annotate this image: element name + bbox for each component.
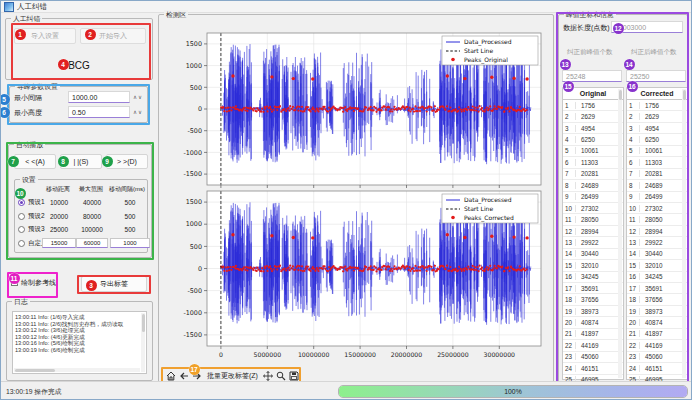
log-horizontal-scrollbar[interactable] [14, 368, 140, 372]
row-index: 18 [563, 296, 576, 303]
table-row[interactable]: 2244169 [627, 340, 687, 351]
table-row[interactable]: 2345060 [563, 352, 623, 363]
table-row[interactable]: 1532010 [627, 260, 687, 271]
table-row[interactable]: 2141897 [627, 329, 687, 340]
table-row[interactable]: 2040874 [627, 317, 687, 328]
table-row[interactable]: 1329922 [563, 237, 623, 248]
preset-radio[interactable] [18, 213, 25, 220]
preset-radio[interactable] [18, 240, 25, 247]
table-row[interactable]: 1128050 [627, 214, 687, 225]
table-row[interactable]: 1837656 [563, 294, 623, 305]
table-row[interactable]: 1735691 [627, 283, 687, 294]
preset-row-预设2[interactable]: 预设22000080000500 [18, 210, 144, 223]
back-arrow-icon[interactable] [178, 370, 189, 381]
row-index: 7 [627, 170, 640, 177]
table-row[interactable]: 2446151 [627, 363, 687, 374]
pan-icon[interactable] [263, 370, 274, 381]
table-row[interactable]: 926499 [563, 192, 623, 203]
table-row[interactable]: 1228994 [563, 226, 623, 237]
reference-line-checkbox[interactable] [11, 279, 18, 286]
peak-value: 2629 [576, 113, 595, 120]
min-interval-field[interactable]: 1000.00 [68, 91, 130, 103]
min-height-spinner-icon[interactable]: ∧∨ [133, 109, 143, 115]
table-row[interactable]: 2345060 [627, 352, 687, 363]
original-peaks-table[interactable]: Original 1175622629349544625051006161130… [562, 87, 624, 380]
preset-row-预设3[interactable]: 预设325000100000500 [18, 223, 144, 236]
pause-button[interactable]: | |(S) [60, 154, 102, 169]
table-row[interactable]: 824689 [627, 180, 687, 191]
table-row[interactable]: 611303 [627, 157, 687, 168]
home-icon[interactable] [165, 370, 176, 381]
preset-radio[interactable] [18, 199, 25, 206]
table-row[interactable]: 720281 [563, 169, 623, 180]
import-settings-button[interactable]: 导入设置 [14, 28, 76, 44]
table-row[interactable]: 1128050 [563, 214, 623, 225]
peak-value: 30440 [640, 250, 663, 257]
table-row[interactable]: 11756 [563, 100, 623, 111]
table-row[interactable]: 2141897 [563, 329, 623, 340]
peak-value: 44169 [576, 342, 599, 349]
table-row[interactable]: 720281 [627, 169, 687, 180]
save-icon[interactable] [289, 370, 300, 381]
peak-value: 27302 [576, 205, 599, 212]
forward-arrow-icon[interactable] [191, 370, 202, 381]
start-import-button[interactable]: 开始导入 [80, 28, 146, 44]
peak-value: 20281 [640, 170, 663, 177]
table-row[interactable]: 1430440 [563, 249, 623, 260]
min-interval-spinner-icon[interactable]: ∧∨ [133, 94, 143, 100]
preset-radio[interactable] [18, 226, 25, 233]
table-row[interactable]: 1634245 [627, 272, 687, 283]
table-row[interactable]: 1837656 [627, 294, 687, 305]
chart-peaks-original[interactable]: 150010005000-500-1000-1500Data_Processed… [159, 25, 549, 188]
corrected-table-scrollbar[interactable] [682, 89, 686, 378]
table-row[interactable]: 926499 [627, 192, 687, 203]
table-row[interactable]: 34954 [627, 123, 687, 134]
svg-text:-500: -500 [187, 127, 202, 135]
row-index: 15 [563, 262, 576, 269]
table-row[interactable]: 2040874 [563, 317, 623, 328]
export-labels-button[interactable]: 导出标签 [81, 276, 147, 292]
status-message: 13:00:19 操作完成 [6, 387, 62, 397]
table-row[interactable]: 1329922 [627, 237, 687, 248]
preset-row-预设1[interactable]: 预设11000040000500 [18, 196, 144, 209]
custom-value-input[interactable]: 15000 [42, 238, 76, 248]
preset-row-自定义[interactable]: 自定义15000600001000 [18, 237, 144, 250]
table-row[interactable]: 1938973 [627, 306, 687, 317]
table-row[interactable]: 611303 [563, 157, 623, 168]
table-row[interactable]: 2244169 [563, 340, 623, 351]
table-row[interactable]: 1634245 [563, 272, 623, 283]
row-index: 7 [563, 170, 576, 177]
chart-peaks-corrected[interactable]: 150010005000-500-1000-150005000000100000… [159, 188, 549, 366]
zoom-icon[interactable] [276, 370, 287, 381]
batch-edit-label[interactable]: 批量更改标签(Z) [207, 371, 258, 381]
custom-value-input[interactable]: 60000 [76, 238, 108, 248]
table-row[interactable]: 824689 [563, 180, 623, 191]
table-row[interactable]: 1027302 [563, 203, 623, 214]
table-row[interactable]: 1027302 [627, 203, 687, 214]
custom-value-input[interactable]: 1000 [110, 238, 150, 248]
play-back-button[interactable]: < <(A) [14, 154, 56, 169]
before-count-field: 25248 [562, 70, 622, 82]
table-row[interactable]: 1228994 [627, 226, 687, 237]
table-row[interactable]: 46250 [563, 134, 623, 145]
min-height-label: 最小高度 [14, 108, 42, 118]
table-row[interactable]: 510061 [627, 146, 687, 157]
table-row[interactable]: 1430440 [627, 249, 687, 260]
play-forward-button[interactable]: > >(D) [106, 154, 148, 169]
table-row[interactable]: 1735691 [563, 283, 623, 294]
table-row[interactable]: 22629 [627, 111, 687, 122]
log-vertical-scrollbar[interactable] [141, 313, 145, 372]
corrected-peaks-table[interactable]: Corrected 117562262934954462505100616113… [626, 87, 688, 380]
table-row[interactable]: 11756 [627, 100, 687, 111]
log-view[interactable]: 13:00:11 Info: (1/6)导入完成13:00:11 Info: (… [12, 311, 147, 374]
table-row[interactable]: 2446151 [563, 363, 623, 374]
min-height-field[interactable]: 0.50 [68, 106, 130, 118]
table-row[interactable]: 1938973 [563, 306, 623, 317]
table-row[interactable]: 510061 [563, 146, 623, 157]
table-row[interactable]: 46250 [627, 134, 687, 145]
table-row[interactable]: 1532010 [563, 260, 623, 271]
table-row[interactable]: 22629 [563, 111, 623, 122]
table-row[interactable]: 34954 [563, 123, 623, 134]
peak-value: 30440 [576, 250, 599, 257]
original-table-scrollbar[interactable] [618, 89, 622, 378]
